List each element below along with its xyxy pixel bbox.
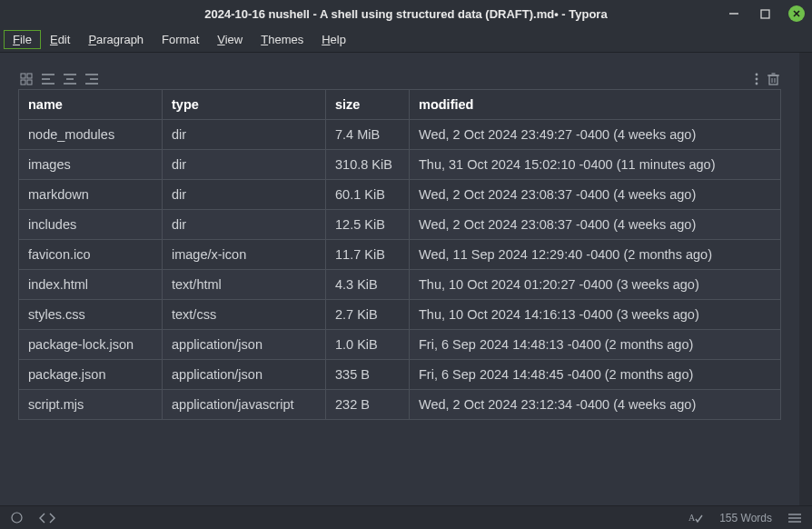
cell-type[interactable]: dir (163, 180, 326, 210)
table-toolbar (18, 73, 781, 85)
svg-point-18 (756, 78, 758, 81)
svg-rect-1 (761, 10, 769, 18)
cell-type[interactable]: dir (163, 120, 326, 150)
align-left-icon[interactable] (42, 74, 54, 85)
cell-modified[interactable]: Thu, 10 Oct 2024 14:16:13 -0400 (3 weeks… (410, 300, 781, 330)
cell-name[interactable]: includes (19, 210, 163, 240)
cell-size[interactable]: 1.0 KiB (326, 330, 410, 360)
menu-themes[interactable]: Themes (252, 30, 312, 49)
cell-name[interactable]: favicon.ico (19, 240, 163, 270)
cell-modified[interactable]: Wed, 2 Oct 2024 23:12:34 -0400 (4 weeks … (410, 390, 781, 420)
cell-type[interactable]: dir (163, 210, 326, 240)
table-row[interactable]: index.htmltext/html4.3 KiBThu, 10 Oct 20… (19, 270, 781, 300)
cell-size[interactable]: 4.3 KiB (326, 270, 410, 300)
more-menu-icon[interactable] (755, 73, 758, 85)
menu-paragraph[interactable]: Paragraph (79, 30, 153, 49)
cell-name[interactable]: package-lock.json (19, 330, 163, 360)
svg-point-25 (12, 513, 22, 523)
statusbar-menu-icon[interactable] (788, 514, 801, 523)
table-row[interactable]: includesdir12.5 KiBWed, 2 Oct 2024 23:08… (19, 210, 781, 240)
menu-format[interactable]: Format (153, 30, 208, 49)
sidebar-toggle-icon[interactable] (11, 512, 23, 524)
cell-modified[interactable]: Wed, 11 Sep 2024 12:29:40 -0400 (2 month… (410, 240, 781, 270)
table-row[interactable]: package-lock.jsonapplication/json1.0 KiB… (19, 330, 781, 360)
menu-file[interactable]: File (4, 30, 41, 49)
cell-size[interactable]: 7.4 MiB (326, 120, 410, 150)
table-row[interactable]: imagesdir310.8 KiBThu, 31 Oct 2024 15:02… (19, 150, 781, 180)
menubar: FileEditParagraphFormatViewThemesHelp (0, 27, 812, 53)
cell-type[interactable]: text/html (163, 270, 326, 300)
window-controls (727, 0, 805, 27)
resize-table-icon[interactable] (20, 73, 33, 85)
svg-rect-4 (21, 74, 25, 78)
column-header-size[interactable]: size (326, 90, 410, 120)
column-header-modified[interactable]: modified (410, 90, 781, 120)
align-center-icon[interactable] (64, 74, 76, 85)
svg-rect-5 (27, 74, 32, 78)
cell-size[interactable]: 335 B (326, 360, 410, 390)
svg-rect-20 (769, 75, 777, 85)
cell-modified[interactable]: Fri, 6 Sep 2024 14:48:45 -0400 (2 months… (410, 360, 781, 390)
window-title: 2024-10-16 nushell - A shell using struc… (204, 7, 607, 21)
cell-type[interactable]: application/javascript (163, 390, 326, 420)
cell-size[interactable]: 11.7 KiB (326, 240, 410, 270)
cell-size[interactable]: 310.8 KiB (326, 150, 410, 180)
table-row[interactable]: node_modulesdir7.4 MiBWed, 2 Oct 2024 23… (19, 120, 781, 150)
cell-type[interactable]: dir (163, 150, 326, 180)
window-titlebar: 2024-10-16 nushell - A shell using struc… (0, 0, 812, 27)
statusbar: A 155 Words (0, 505, 812, 529)
delete-table-icon[interactable] (767, 73, 779, 85)
cell-name[interactable]: index.html (19, 270, 163, 300)
menu-help[interactable]: Help (312, 30, 355, 49)
cell-name[interactable]: images (19, 150, 163, 180)
table-row[interactable]: markdowndir60.1 KiBWed, 2 Oct 2024 23:08… (19, 180, 781, 210)
align-right-icon[interactable] (85, 74, 98, 85)
word-count[interactable]: 155 Words (719, 512, 772, 524)
cell-size[interactable]: 60.1 KiB (326, 180, 410, 210)
menu-edit[interactable]: Edit (41, 30, 79, 49)
cell-type[interactable]: text/css (163, 300, 326, 330)
svg-text:A: A (688, 513, 696, 523)
table-row[interactable]: favicon.icoimage/x-icon11.7 KiBWed, 11 S… (19, 240, 781, 270)
column-header-name[interactable]: name (19, 90, 163, 120)
cell-type[interactable]: application/json (163, 360, 326, 390)
column-header-type[interactable]: type (163, 90, 326, 120)
svg-point-17 (756, 74, 758, 76)
cell-name[interactable]: package.json (19, 360, 163, 390)
svg-rect-7 (27, 80, 32, 85)
spellcheck-icon[interactable]: A (688, 512, 703, 524)
table-row[interactable]: script.mjsapplication/javascript232 BWed… (19, 390, 781, 420)
file-listing-table[interactable]: nametypesizemodified node_modulesdir7.4 … (18, 89, 781, 420)
maximize-button[interactable] (758, 6, 772, 21)
cell-modified[interactable]: Wed, 2 Oct 2024 23:08:37 -0400 (4 weeks … (410, 210, 781, 240)
cell-modified[interactable]: Thu, 31 Oct 2024 15:02:10 -0400 (11 minu… (410, 150, 781, 180)
source-code-mode-icon[interactable] (39, 513, 55, 524)
cell-size[interactable]: 232 B (326, 390, 410, 420)
cell-modified[interactable]: Wed, 2 Oct 2024 23:49:27 -0400 (4 weeks … (410, 120, 781, 150)
cell-size[interactable]: 2.7 KiB (326, 300, 410, 330)
cell-type[interactable]: image/x-icon (163, 240, 326, 270)
cell-type[interactable]: application/json (163, 330, 326, 360)
cell-name[interactable]: markdown (19, 180, 163, 210)
minimize-button[interactable] (727, 6, 741, 21)
editor-area[interactable]: nametypesizemodified node_modulesdir7.4 … (0, 53, 812, 505)
cell-modified[interactable]: Fri, 6 Sep 2024 14:48:13 -0400 (2 months… (410, 330, 781, 360)
table-row[interactable]: styles.csstext/css2.7 KiBThu, 10 Oct 202… (19, 300, 781, 330)
vertical-scrollbar[interactable] (799, 53, 812, 505)
cell-name[interactable]: node_modules (19, 120, 163, 150)
table-row[interactable]: package.jsonapplication/json335 BFri, 6 … (19, 360, 781, 390)
cell-modified[interactable]: Thu, 10 Oct 2024 01:20:27 -0400 (3 weeks… (410, 270, 781, 300)
cell-size[interactable]: 12.5 KiB (326, 210, 410, 240)
cell-name[interactable]: styles.css (19, 300, 163, 330)
svg-rect-6 (21, 80, 25, 85)
cell-modified[interactable]: Wed, 2 Oct 2024 23:08:37 -0400 (4 weeks … (410, 180, 781, 210)
menu-view[interactable]: View (208, 30, 252, 49)
cell-name[interactable]: script.mjs (19, 390, 163, 420)
close-button[interactable] (788, 5, 805, 22)
svg-point-19 (756, 83, 758, 85)
